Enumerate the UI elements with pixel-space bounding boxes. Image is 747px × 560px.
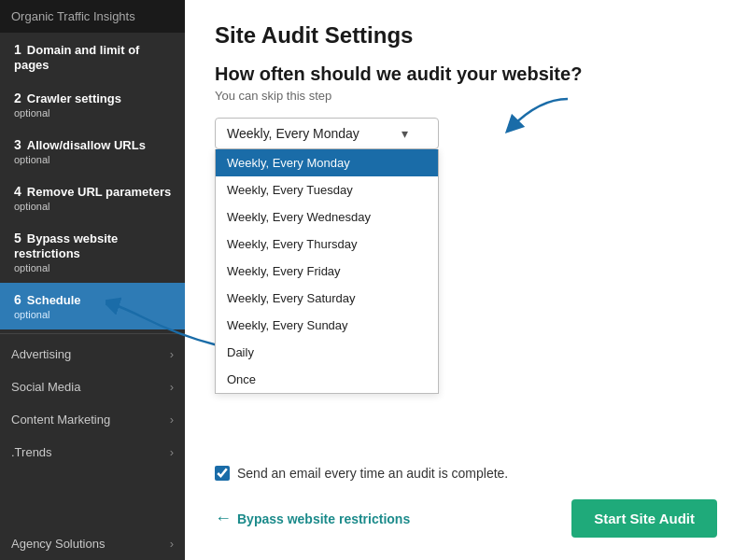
schedule-select-wrapper: Weekly, Every Monday ▾ Weekly, Every Mon… [215, 118, 439, 149]
sidebar-section-agency-label: Agency Solutions [11, 537, 105, 551]
item-num-1: 1 [14, 42, 21, 57]
email-label: Send an email every time an audit is com… [237, 466, 508, 481]
dropdown-item-0[interactable]: Weekly, Every Monday [216, 149, 438, 176]
sidebar-header: Organic Traffic Insights [0, 0, 185, 33]
sidebar-item-5[interactable]: 5Bypass website restrictions optional [0, 221, 185, 283]
item-num-2: 2 [14, 91, 21, 105]
audit-question: How often should we audit your website? [215, 63, 717, 85]
sidebar-section-trends-label: .Trends [11, 445, 52, 459]
item-label-4: Remove URL parameters [27, 185, 171, 199]
bottom-section: Send an email every time an audit is com… [215, 451, 717, 538]
dropdown-item-3[interactable]: Weekly, Every Thursday [216, 231, 438, 258]
item-sub-3: optional [14, 154, 174, 165]
sidebar-item-4[interactable]: 4Remove URL parameters optional [0, 175, 185, 221]
dropdown-item-4[interactable]: Weekly, Every Friday [216, 258, 438, 285]
main-content: Site Audit Settings How often should we … [185, 0, 747, 560]
start-audit-button[interactable]: Start Site Audit [571, 499, 717, 538]
chevron-right-icon: › [170, 347, 174, 361]
sidebar-item-3[interactable]: 3Allow/disallow URLs optional [0, 128, 185, 175]
dropdown-item-5[interactable]: Weekly, Every Saturday [216, 285, 438, 312]
sidebar-item-2[interactable]: 2Crawler settings optional [0, 81, 185, 128]
item-num-5: 5 [14, 231, 21, 245]
item-label-2: Crawler settings [27, 91, 121, 105]
skip-hint: You can skip this step [215, 89, 717, 103]
dropdown-item-1[interactable]: Weekly, Every Tuesday [216, 176, 438, 203]
item-label-3: Allow/disallow URLs [27, 138, 146, 152]
chevron-down-icon: ▾ [402, 126, 408, 141]
page-title: Site Audit Settings [215, 22, 717, 49]
back-arrow-icon: ← [215, 509, 232, 528]
item-num-3: 3 [14, 137, 21, 152]
schedule-select[interactable]: Weekly, Every Monday ▾ [215, 118, 439, 149]
item-num-4: 4 [14, 184, 21, 199]
email-notification-row: Send an email every time an audit is com… [215, 466, 717, 481]
sidebar-item-6[interactable]: 6Schedule optional [0, 283, 185, 329]
chevron-right-icon-3: › [170, 413, 174, 427]
sidebar-section-advertising[interactable]: Advertising › [0, 338, 185, 371]
item-label-5: Bypass website restrictions [14, 231, 118, 260]
sidebar-section-social-label: Social Media [11, 380, 80, 394]
schedule-dropdown: Weekly, Every Monday Weekly, Every Tuesd… [215, 149, 439, 394]
item-num-6: 6 [14, 292, 21, 307]
dropdown-item-8[interactable]: Once [216, 366, 438, 393]
chevron-right-icon-4: › [170, 445, 174, 459]
chevron-right-icon-2: › [170, 380, 174, 394]
sidebar-item-1[interactable]: 1Domain and limit of pages [0, 33, 185, 81]
back-label: Bypass website restrictions [237, 511, 410, 526]
footer-actions: ← Bypass website restrictions Start Site… [215, 499, 717, 538]
item-sub-4: optional [14, 201, 174, 212]
selected-option-label: Weekly, Every Monday [227, 126, 359, 141]
sidebar-section-social[interactable]: Social Media › [0, 371, 185, 403]
dropdown-item-2[interactable]: Weekly, Every Wednesday [216, 203, 438, 231]
sidebar-section-content-label: Content Marketing [11, 413, 110, 427]
dropdown-item-6[interactable]: Weekly, Every Sunday [216, 312, 438, 339]
item-sub-6: optional [14, 309, 174, 320]
dropdown-item-7[interactable]: Daily [216, 339, 438, 366]
sidebar: Organic Traffic Insights 1Domain and lim… [0, 0, 185, 560]
item-label-1: Domain and limit of pages [14, 43, 139, 72]
chevron-right-icon-5: › [170, 537, 174, 551]
sidebar-section-trends[interactable]: .Trends › [0, 436, 185, 469]
email-checkbox[interactable] [215, 466, 230, 481]
sidebar-section-content[interactable]: Content Marketing › [0, 403, 185, 436]
back-link[interactable]: ← Bypass website restrictions [215, 509, 410, 528]
item-sub-2: optional [14, 107, 174, 119]
sidebar-section-advertising-label: Advertising [11, 347, 71, 361]
item-label-6: Schedule [27, 293, 81, 307]
item-sub-5: optional [14, 262, 174, 273]
sidebar-section-agency[interactable]: Agency Solutions › [0, 527, 185, 560]
